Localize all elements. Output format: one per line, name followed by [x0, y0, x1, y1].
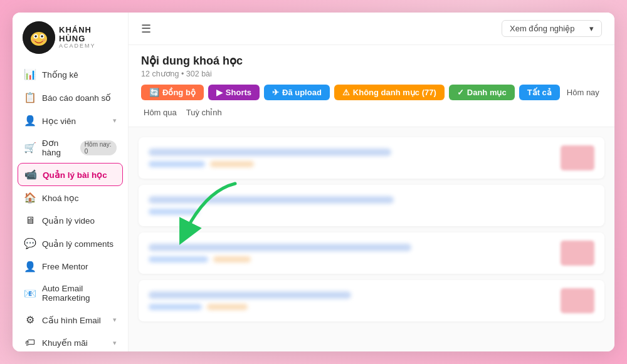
sidebar-item-cauhinhemail[interactable]: ⚙Cấu hình Email▾: [13, 308, 128, 331]
sidebar-item-label: Cấu hình Email: [42, 315, 101, 325]
main-content: ☰ Xem đồng nghiệp ▾ Nội dung khoá học 12…: [129, 13, 614, 351]
tuy-chinh-button[interactable]: Tuỳ chỉnh: [184, 105, 224, 120]
blur-tag1: [149, 209, 199, 215]
sidebar-item-label: Đơn hàng: [42, 138, 75, 157]
chevron-down-icon: ▾: [113, 117, 117, 125]
topbar-right: Xem đồng nghiệp ▾: [502, 20, 602, 37]
page-header: Nội dung khoá học 12 chương • 302 bài 🔄Đ…: [129, 45, 614, 127]
svg-point-5: [41, 35, 43, 38]
sidebar-item-donhang[interactable]: 🛒Đơn hàngHôm nay: 0: [13, 132, 128, 163]
sidebar-nav: 📊Thống kê📋Báo cáo doanh số👤Học viên▾🛒Đơn…: [13, 60, 128, 351]
blur-tag2: [210, 161, 254, 167]
blur-tag1: [149, 304, 202, 310]
content-area: [129, 127, 614, 351]
dongbo-label: Đồng bộ: [162, 88, 196, 97]
svg-point-1: [31, 32, 47, 46]
sidebar-item-thongke[interactable]: 📊Thống kê: [13, 63, 128, 86]
list-item: [139, 280, 604, 321]
donhang-icon: 🛒: [24, 142, 36, 153]
baocaodoanhso-icon: 📋: [24, 91, 36, 103]
freementor-icon: 👤: [24, 261, 36, 273]
thumbnail: [561, 288, 594, 313]
sidebar-item-quanlybaihoc[interactable]: 📹Quản lý bài học: [18, 163, 123, 186]
blur-tag2: [213, 256, 251, 263]
sidebar-item-label: Báo cáo doanh số: [42, 93, 111, 103]
cauhinhemail-icon: ⚙: [24, 314, 36, 326]
svg-point-4: [34, 35, 37, 38]
shorts-button[interactable]: ▶ Shorts: [208, 85, 260, 100]
sidebar-item-khuyenmai[interactable]: 🏷Khuyến mãi▾: [13, 331, 128, 351]
tat-ca-button[interactable]: Tất cả: [519, 85, 560, 100]
sidebar-item-label: Học viên: [42, 116, 76, 126]
dongbo-button[interactable]: 🔄Đồng bộ: [141, 85, 204, 100]
topbar-left: ☰: [141, 22, 151, 36]
upload-button[interactable]: ✈ Đã upload: [264, 85, 330, 100]
logo-text: KHÁNH HÙNG ACADEMY: [59, 26, 118, 49]
blur-tag1: [149, 161, 205, 167]
blur-tag2: [207, 304, 248, 310]
list-item: [139, 232, 604, 274]
warning-icon: ⚠: [342, 88, 350, 97]
card-text: [149, 148, 553, 167]
sidebar-item-label: Quản lý bài học: [43, 170, 107, 180]
logo-sub: ACADEMY: [59, 43, 118, 49]
card-text: [149, 196, 594, 215]
card-text: [149, 244, 553, 263]
logo-area: KHÁNH HÙNG ACADEMY: [13, 13, 128, 60]
chevron-down-icon: ▾: [113, 339, 117, 347]
quanlybaihoc-icon: 📹: [24, 169, 37, 180]
hom-nay-button[interactable]: Hôm nay: [564, 85, 602, 100]
sidebar-item-hocvien[interactable]: 👤Học viên▾: [13, 109, 128, 132]
blur-tag1: [149, 256, 208, 263]
topbar: ☰ Xem đồng nghiệp ▾: [129, 13, 614, 45]
page-subtitle: 12 chương • 302 bài: [141, 69, 602, 78]
khuyenmai-icon: 🏷: [24, 337, 36, 348]
sidebar-item-label: Thống kê: [42, 70, 78, 80]
sidebar-item-label: Khoá học: [42, 193, 79, 203]
list-item: [139, 185, 604, 226]
logo-svg: [23, 21, 55, 54]
sidebar-item-quanlycomments[interactable]: 💬Quản lý comments: [13, 232, 128, 255]
hocvien-icon: 👤: [24, 115, 36, 127]
check-icon: ✓: [457, 88, 464, 97]
sidebar-item-label: Free Mentor: [42, 262, 88, 271]
svg-point-6: [33, 39, 36, 41]
blur-title: [149, 291, 351, 299]
khong-danh-muc-button[interactable]: ⚠ Không danh mục (77): [334, 85, 445, 100]
nav-badge: Hôm nay: 0: [80, 140, 117, 155]
page-title: Nội dung khoá học: [141, 54, 602, 68]
thumbnail: [561, 145, 594, 170]
colleague-select[interactable]: Xem đồng nghiệp ▾: [502, 20, 602, 37]
app-container: KHÁNH HÙNG ACADEMY 📊Thống kê📋Báo cáo doa…: [13, 13, 614, 351]
chevron-down-icon: ▾: [589, 24, 594, 33]
card-text: [149, 291, 553, 310]
quanlycomments-icon: 💬: [24, 237, 36, 249]
hom-qua-button[interactable]: Hôm qua: [141, 105, 179, 120]
khoahoc-icon: 🏠: [24, 192, 36, 204]
sync-icon: 🔄: [149, 88, 159, 97]
sidebar-item-label: Auto Email Remarketing: [42, 284, 117, 303]
thongke-icon: 📊: [24, 68, 36, 80]
quanlyvideo-icon: 🖥: [24, 215, 36, 226]
menu-icon[interactable]: ☰: [141, 22, 151, 36]
chevron-down-icon: ▾: [113, 316, 117, 324]
sidebar: KHÁNH HÙNG ACADEMY 📊Thống kê📋Báo cáo doa…: [13, 13, 129, 351]
danh-muc-button[interactable]: ✓ Danh mục: [449, 85, 515, 100]
sidebar-item-freementor[interactable]: 👤Free Mentor: [13, 255, 128, 278]
sidebar-item-autoemail[interactable]: 📧Auto Email Remarketing: [13, 278, 128, 308]
blur-title: [149, 196, 394, 204]
sidebar-item-label: Quản lý video: [42, 216, 95, 226]
blur-title: [149, 244, 411, 251]
filter-bar: 🔄Đồng bộ ▶ Shorts ✈ Đã upload ⚠ Không da…: [141, 85, 602, 120]
sidebar-item-baocaodoanhso[interactable]: 📋Báo cáo doanh số: [13, 86, 128, 109]
blur-title: [149, 148, 391, 156]
sidebar-item-quanlyvideo[interactable]: 🖥Quản lý video: [13, 209, 128, 232]
sidebar-item-label: Khuyến mãi: [42, 338, 88, 348]
shorts-icon: ▶: [216, 88, 223, 97]
svg-point-7: [43, 39, 46, 41]
logo-image: [23, 21, 55, 54]
thumbnail: [561, 241, 594, 266]
autoemail-icon: 📧: [24, 288, 36, 299]
sidebar-item-khoahoc[interactable]: 🏠Khoá học: [13, 186, 128, 209]
sidebar-item-label: Quản lý comments: [42, 239, 113, 249]
